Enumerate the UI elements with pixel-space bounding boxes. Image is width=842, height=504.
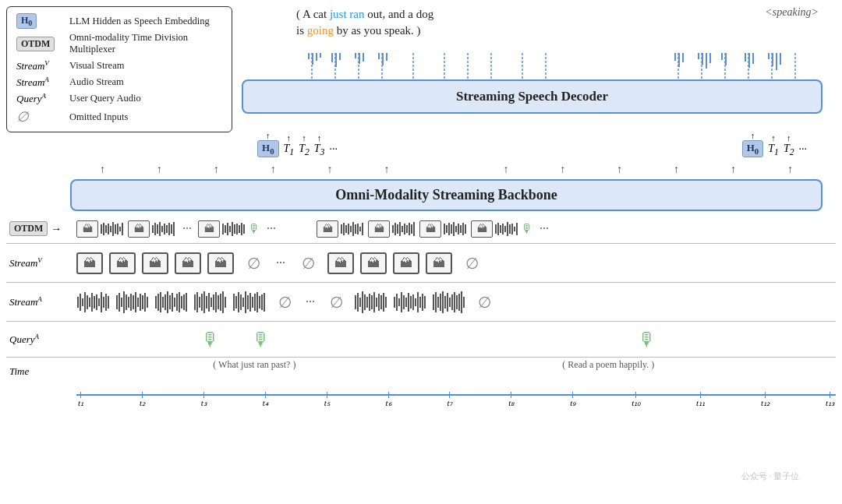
svg-rect-126 (103, 297, 104, 308)
legend-h0-value: LLM Hidden as Speech Embedding (69, 16, 210, 27)
svg-rect-223 (456, 295, 458, 309)
time-axis-container: ( What just ran past? ) ( Read a poem ha… (76, 358, 836, 408)
svg-rect-46 (103, 223, 104, 235)
svg-rect-69 (232, 222, 233, 236)
legend-otdm-value: Omni-modality Time Division Multiplexer (69, 32, 222, 55)
svg-rect-169 (222, 291, 224, 313)
svg-rect-226 (463, 297, 465, 308)
svg-rect-145 (160, 292, 161, 312)
svg-rect-120 (89, 298, 90, 307)
svg-rect-166 (215, 292, 217, 312)
svg-rect-97 (448, 223, 450, 235)
svg-rect-96 (446, 225, 448, 233)
svg-rect-109 (504, 226, 506, 232)
wave-a5 (232, 291, 267, 314)
svg-rect-160 (201, 294, 203, 311)
svg-rect-12 (316, 53, 317, 61)
svg-rect-80 (352, 222, 354, 236)
svg-rect-171 (233, 294, 235, 311)
svg-rect-34 (706, 53, 707, 69)
svg-rect-201 (398, 298, 400, 306)
svg-rect-219 (447, 293, 448, 312)
legend-item-h0: H0 LLM Hidden as Speech Embedding (16, 13, 222, 29)
svg-rect-93 (411, 224, 412, 234)
svg-rect-49 (110, 226, 111, 232)
wave-a8 (432, 291, 466, 314)
img-v1: 🏔 (76, 252, 103, 274)
svg-rect-213 (433, 294, 434, 310)
speech-decoder-label: Streaming Speech Decoder (456, 89, 608, 104)
svg-rect-102 (460, 225, 462, 233)
svg-rect-185 (355, 295, 356, 309)
null-v3: ∅ (458, 252, 485, 274)
svg-rect-91 (406, 225, 408, 233)
otdm-row-badge: OTDM (9, 221, 48, 236)
query-a-row: QueryA 🎙 🎙 🎙 (6, 322, 836, 358)
svg-rect-178 (249, 293, 251, 312)
svg-rect-202 (401, 292, 402, 312)
stream-v-row: StreamV 🏔 🏔 🏔 🏔 🏔 ∅ ··· ∅ 🏔 🏔 🏔 🏔 ∅ (6, 244, 836, 283)
svg-rect-47 (105, 225, 107, 233)
img-v4: 🏔 (175, 252, 201, 274)
svg-rect-187 (359, 298, 361, 307)
svg-rect-111 (509, 224, 511, 234)
img-v7: 🏔 (360, 252, 387, 274)
svg-rect-159 (199, 297, 200, 308)
svg-rect-216 (440, 294, 441, 311)
svg-rect-21 (382, 53, 384, 65)
svg-rect-74 (243, 224, 245, 234)
speaking-label: <speaking> (765, 6, 819, 19)
img-v6: 🏔 (327, 252, 354, 274)
what-ran-label: ( What just ran past? ) (213, 359, 295, 371)
wave-a2 (115, 291, 150, 314)
svg-rect-138 (137, 298, 139, 307)
svg-rect-170 (225, 297, 226, 308)
svg-rect-117 (82, 298, 83, 306)
svg-rect-45 (101, 224, 102, 234)
audio-waves-right (663, 53, 819, 80)
legend-item-query-a: QueryA User Query Audio (16, 92, 222, 105)
svg-rect-76 (343, 223, 345, 235)
svg-rect-222 (454, 292, 455, 312)
audio-waves-left (296, 53, 569, 80)
svg-rect-57 (157, 224, 158, 234)
svg-rect-61 (166, 225, 168, 233)
svg-rect-182 (259, 296, 260, 308)
svg-rect-136 (133, 295, 134, 309)
svg-rect-79 (350, 226, 352, 232)
svg-rect-164 (210, 298, 212, 307)
svg-rect-184 (264, 293, 265, 312)
svg-rect-36 (721, 53, 723, 60)
svg-rect-73 (241, 223, 242, 235)
svg-rect-152 (176, 294, 178, 311)
svg-rect-87 (397, 224, 398, 234)
svg-rect-81 (355, 224, 356, 234)
null-a3: ∅ (471, 291, 497, 313)
svg-rect-56 (154, 223, 156, 235)
svg-rect-209 (417, 292, 419, 312)
svg-rect-48 (108, 224, 109, 234)
svg-rect-53 (119, 227, 121, 231)
svg-rect-123 (96, 294, 97, 310)
svg-rect-143 (155, 296, 157, 308)
svg-rect-130 (119, 293, 120, 312)
svg-rect-218 (444, 296, 446, 308)
svg-rect-52 (117, 224, 119, 234)
svg-rect-20 (378, 53, 380, 59)
svg-rect-142 (147, 297, 148, 308)
svg-rect-83 (359, 227, 361, 231)
svg-rect-85 (392, 225, 394, 233)
svg-rect-127 (105, 294, 107, 311)
img-v9: 🏔 (426, 252, 452, 274)
svg-rect-175 (242, 298, 244, 307)
svg-rect-191 (369, 294, 370, 311)
top-sentence: ( A cat just ran out, and a dogis going … (296, 6, 748, 39)
svg-rect-125 (101, 292, 102, 312)
sentence-part1: ( A cat (296, 8, 330, 20)
time-row: Time ( What just ran past? ) ( Read a po… (6, 358, 836, 408)
svg-rect-140 (142, 295, 143, 309)
svg-rect-84 (362, 223, 363, 235)
svg-rect-106 (497, 223, 499, 235)
backbone-box: Omni-Modality Streaming Backbone (70, 179, 823, 211)
svg-rect-195 (378, 294, 380, 311)
